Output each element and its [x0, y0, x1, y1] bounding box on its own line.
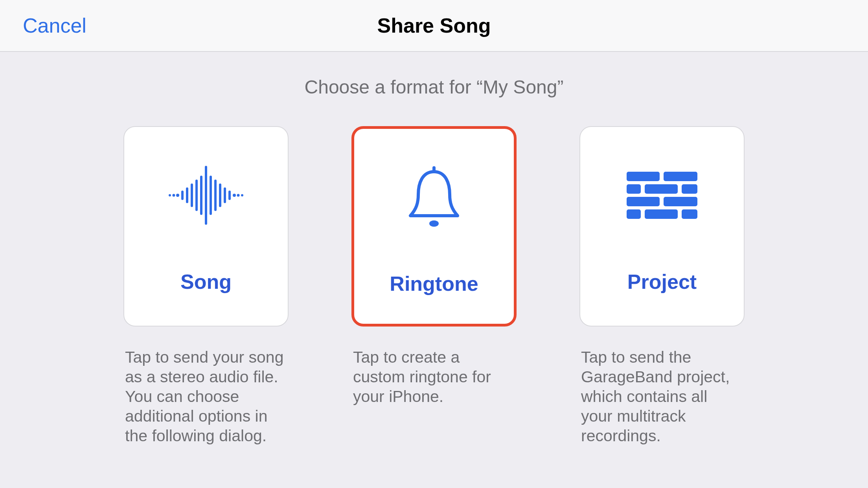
option-song: Song Tap to send your song as a stereo a… — [123, 126, 289, 446]
header-bar: Cancel Share Song — [0, 0, 868, 52]
svg-rect-23 — [627, 197, 660, 206]
svg-rect-2 — [210, 176, 212, 215]
svg-rect-7 — [186, 187, 188, 203]
svg-point-17 — [429, 220, 439, 227]
svg-rect-1 — [200, 176, 202, 215]
svg-rect-27 — [682, 209, 697, 219]
svg-point-14 — [237, 194, 240, 197]
card-song[interactable]: Song — [123, 126, 289, 327]
card-project-label: Project — [627, 270, 697, 294]
svg-rect-0 — [205, 166, 207, 225]
svg-rect-3 — [195, 180, 198, 211]
svg-rect-20 — [627, 184, 641, 194]
svg-rect-6 — [219, 183, 221, 207]
subtitle-text: Choose a format for “My Song” — [0, 76, 868, 98]
card-project[interactable]: Project — [579, 126, 745, 327]
option-project: Project Tap to send the GarageBand proje… — [579, 126, 745, 446]
description-song: Tap to send your song as a stereo audio … — [123, 347, 289, 446]
svg-point-11 — [176, 194, 179, 197]
svg-rect-10 — [228, 191, 231, 200]
option-ringtone: Ringtone Tap to create a custom ringtone… — [351, 126, 517, 446]
waveform-icon — [163, 160, 249, 231]
svg-rect-24 — [664, 197, 697, 206]
card-ringtone-label: Ringtone — [390, 272, 478, 295]
svg-rect-21 — [645, 184, 678, 194]
bell-icon — [403, 162, 465, 233]
svg-rect-25 — [627, 209, 641, 219]
svg-rect-4 — [214, 180, 217, 211]
bricks-icon — [627, 160, 697, 231]
svg-rect-22 — [682, 184, 697, 194]
svg-point-15 — [169, 194, 171, 196]
card-song-label: Song — [180, 270, 232, 294]
svg-point-12 — [233, 194, 236, 197]
svg-rect-5 — [191, 183, 193, 207]
svg-point-16 — [241, 194, 243, 196]
svg-rect-26 — [645, 209, 678, 219]
description-project: Tap to send the GarageBand project, whic… — [579, 347, 745, 446]
options-row: Song Tap to send your song as a stereo a… — [0, 126, 868, 446]
svg-rect-19 — [664, 172, 697, 181]
description-ringtone: Tap to create a custom ringtone for your… — [351, 347, 517, 406]
cancel-button[interactable]: Cancel — [23, 14, 86, 37]
svg-rect-9 — [181, 191, 184, 200]
page-title: Share Song — [0, 14, 868, 37]
svg-rect-18 — [627, 172, 660, 181]
card-ringtone[interactable]: Ringtone — [351, 126, 517, 327]
svg-point-13 — [173, 194, 175, 197]
svg-rect-8 — [224, 187, 226, 203]
